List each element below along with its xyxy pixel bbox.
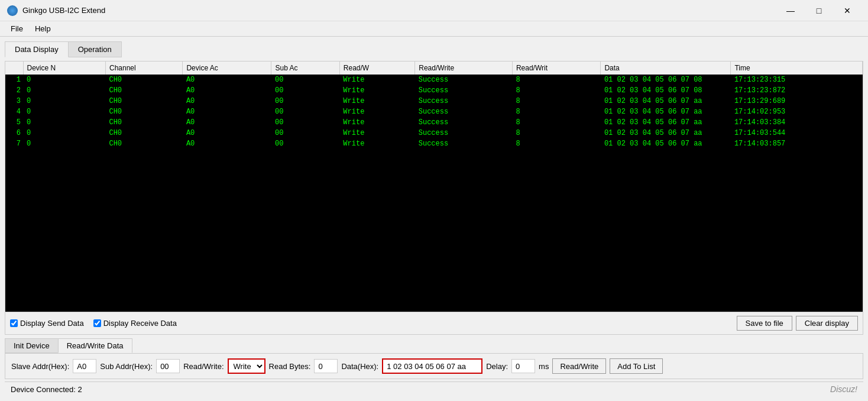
cell-addr: A0 [183, 117, 271, 128]
data-display-footer: Display Send Data Display Receive Data S… [5, 312, 863, 334]
cell-status: Success [415, 128, 513, 138]
slave-addr-input[interactable] [73, 359, 96, 373]
cell-rw: Write [339, 128, 414, 138]
read-write-button[interactable]: Read/Write [552, 358, 606, 374]
checkbox-receive-data-text: Display Receive Data [103, 319, 177, 328]
minimize-button[interactable]: — [777, 2, 804, 19]
cell-rw: Write [339, 106, 414, 117]
cell-num: 3 [5, 96, 23, 106]
cell-sub: 00 [271, 128, 339, 138]
cell-rw: Write [339, 85, 414, 96]
col-header-rw-status: Read/Write [415, 62, 513, 75]
cell-device: 0 [23, 75, 105, 85]
save-to-file-button[interactable]: Save to file [737, 316, 792, 331]
footer-checkboxes: Display Send Data Display Receive Data [10, 319, 177, 328]
table-row: 3 0 CH0 A0 00 Write Success 8 01 02 03 0… [5, 96, 863, 106]
menu-bar: File Help [0, 21, 868, 37]
cell-channel: CH0 [105, 75, 182, 85]
cell-num: 6 [5, 128, 23, 138]
cell-device: 0 [23, 117, 105, 128]
col-header-device-addr: Device Ac [183, 62, 271, 75]
cell-sub: 00 [271, 117, 339, 128]
main-tab-bar: Data Display Operation [5, 41, 863, 57]
close-button[interactable]: ✕ [834, 2, 861, 19]
table-row: 1 0 CH0 A0 00 Write Success 8 01 02 03 0… [5, 75, 863, 85]
cell-device: 0 [23, 85, 105, 96]
cell-num: 1 [5, 75, 23, 85]
device-connected-status: Device Connected: 2 [11, 385, 82, 394]
col-header-channel: Channel [105, 62, 182, 75]
cell-sub: 00 [271, 85, 339, 96]
rw-select[interactable]: Write Read [228, 358, 265, 374]
checkbox-send-data-label[interactable]: Display Send Data [10, 319, 84, 328]
menu-file[interactable]: File [5, 23, 29, 34]
cell-rw: Write [339, 138, 414, 149]
cell-data: 01 02 03 04 05 06 07 aa [601, 138, 731, 149]
cell-sub: 00 [271, 75, 339, 85]
table-body: 1 0 CH0 A0 00 Write Success 8 01 02 03 0… [5, 75, 863, 149]
inner-tab-bar: Init Device Read/Write Data [5, 338, 863, 353]
table-header-row: Device N Channel Device Ac Sub Ac Read/W… [5, 62, 863, 75]
cell-addr: A0 [183, 75, 271, 85]
cell-addr: A0 [183, 138, 271, 149]
cell-addr: A0 [183, 128, 271, 138]
tab-read-write-data[interactable]: Read/Write Data [58, 338, 132, 353]
cell-time: 17:13:23:315 [731, 75, 863, 85]
cell-data: 01 02 03 04 05 06 07 08 [601, 75, 731, 85]
tab-init-device[interactable]: Init Device [5, 338, 59, 353]
cell-rw: Write [339, 117, 414, 128]
col-header-data: Data [601, 62, 731, 75]
tab-operation[interactable]: Operation [68, 41, 122, 57]
main-content: Data Display Operation Device N Channel … [0, 37, 868, 401]
clear-display-button[interactable]: Clear display [796, 316, 858, 331]
window-controls: — □ ✕ [777, 2, 861, 19]
status-bar: Device Connected: 2 Discuz! [5, 381, 863, 396]
cell-time: 17:14:02:953 [731, 106, 863, 117]
cell-device: 0 [23, 128, 105, 138]
cell-len: 8 [512, 75, 601, 85]
bottom-section: Init Device Read/Write Data Slave Addr(H… [5, 338, 863, 379]
cell-addr: A0 [183, 85, 271, 96]
menu-help[interactable]: Help [29, 23, 57, 34]
cell-device: 0 [23, 96, 105, 106]
col-header-num [5, 62, 23, 75]
window-title: Ginkgo USB-I2C Extend [22, 6, 105, 15]
cell-status: Success [415, 75, 513, 85]
data-table-container[interactable]: Device N Channel Device Ac Sub Ac Read/W… [5, 62, 863, 312]
cell-time: 17:13:23:872 [731, 85, 863, 96]
checkbox-receive-data-label[interactable]: Display Receive Data [93, 319, 177, 328]
title-bar: Ginkgo USB-I2C Extend — □ ✕ [0, 0, 868, 21]
cell-channel: CH0 [105, 85, 182, 96]
cell-rw: Write [339, 96, 414, 106]
delay-input[interactable] [511, 359, 535, 373]
checkbox-receive-data[interactable] [93, 319, 101, 327]
checkbox-send-data[interactable] [10, 319, 18, 327]
sub-addr-input[interactable] [156, 359, 180, 373]
cell-num: 4 [5, 106, 23, 117]
delay-unit: ms [539, 362, 549, 371]
tab-data-display[interactable]: Data Display [5, 41, 69, 57]
cell-status: Success [415, 96, 513, 106]
maximize-button[interactable]: □ [805, 2, 833, 19]
add-to-list-button[interactable]: Add To List [610, 358, 663, 374]
cell-data: 01 02 03 04 05 06 07 08 [601, 85, 731, 96]
read-bytes-input[interactable] [314, 359, 338, 373]
cell-device: 0 [23, 138, 105, 149]
data-hex-input[interactable] [382, 358, 482, 374]
rw-label: Read/Write: [183, 362, 224, 371]
cell-channel: CH0 [105, 128, 182, 138]
read-bytes-label: Read Bytes: [269, 362, 311, 371]
cell-addr: A0 [183, 106, 271, 117]
cell-time: 17:14:03:384 [731, 117, 863, 128]
cell-status: Success [415, 117, 513, 128]
title-bar-left: Ginkgo USB-I2C Extend [7, 5, 105, 16]
cell-data: 01 02 03 04 05 06 07 aa [601, 96, 731, 106]
cell-status: Success [415, 106, 513, 117]
table-row: 6 0 CH0 A0 00 Write Success 8 01 02 03 0… [5, 128, 863, 138]
cell-rw: Write [339, 75, 414, 85]
tab-content-wrapper: Device N Channel Device Ac Sub Ac Read/W… [5, 61, 863, 335]
delay-label: Delay: [486, 362, 508, 371]
table-row: 2 0 CH0 A0 00 Write Success 8 01 02 03 0… [5, 85, 863, 96]
cell-len: 8 [512, 138, 601, 149]
cell-sub: 00 [271, 96, 339, 106]
